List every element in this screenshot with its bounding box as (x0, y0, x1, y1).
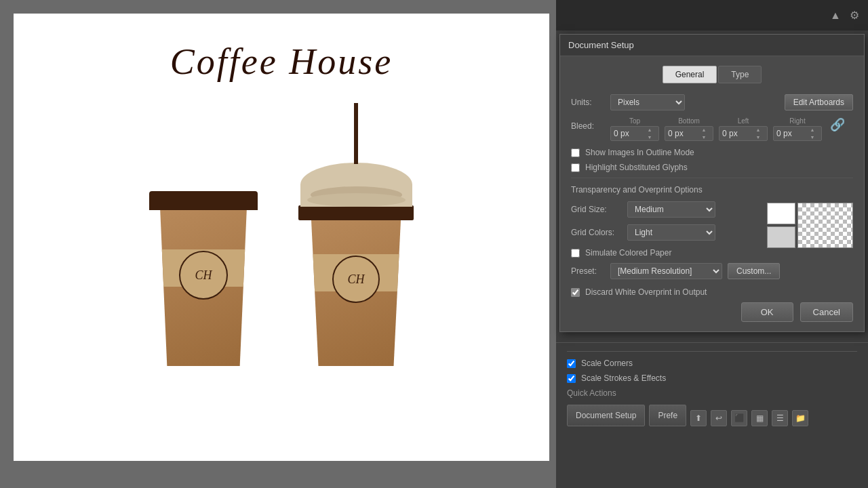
bleed-right-down[interactable]: ▼ (808, 134, 817, 141)
cancel-button[interactable]: Cancel (800, 302, 853, 322)
bleed-right-up[interactable]: ▲ (808, 126, 817, 134)
bleed-left-down[interactable]: ▼ (753, 134, 763, 141)
hot-cup-logo: CH (179, 251, 228, 300)
bleed-left-value[interactable] (719, 129, 753, 138)
discard-white-overprint-checkbox[interactable] (571, 288, 580, 297)
canvas-area: Coffee House CH CH (0, 0, 556, 488)
show-images-row: Show Images In Outline Mode (571, 148, 853, 157)
grid-colors-select[interactable]: Light Medium Dark (627, 224, 715, 241)
highlight-substituted-label: Highlight Substituted Glyphs (585, 163, 688, 172)
swatch-col-1 (767, 203, 795, 248)
qa-icon-4[interactable]: ▦ (751, 410, 768, 426)
grid-size-label: Grid Size: (571, 205, 622, 214)
simulate-colored-paper-label: Simulate Colored Paper (585, 248, 671, 258)
qa-icon-3[interactable]: ⬛ (731, 410, 747, 426)
grid-size-select[interactable]: Medium Small Large (627, 201, 715, 218)
canvas-title: Coffee House (170, 41, 393, 83)
ok-button[interactable]: OK (741, 302, 793, 322)
bleed-top-label: Top (629, 117, 640, 125)
transparency-section-title: Transparency and Overprint Options (571, 185, 853, 195)
bleed-top-group: Top ▲ ▼ (610, 117, 659, 141)
settings-icon[interactable]: ⚙ (848, 9, 861, 22)
swatch-gray (767, 226, 795, 248)
units-label: Units: (571, 98, 605, 107)
dialog-buttons: OK Cancel (571, 302, 853, 322)
swatch-area (767, 203, 853, 248)
discard-white-overprint-label: Discard White Overprint in Output (585, 287, 707, 297)
bleed-bottom-value[interactable] (665, 129, 699, 138)
bleed-label: Bleed: (571, 117, 605, 131)
grid-colors-row: Grid Colors: Light Medium Dark (571, 224, 762, 241)
bleed-bottom-group: Bottom ▲ ▼ (665, 117, 713, 141)
right-panel: ▲ ⚙ Document Setup General Type Units: P… (556, 0, 868, 488)
bleed-top-down[interactable]: ▼ (645, 134, 654, 141)
preferences-qa-button[interactable]: Prefe (649, 405, 686, 426)
divider-1 (571, 178, 853, 178)
scale-corners-checkbox[interactable] (567, 359, 576, 368)
link-icon: 🔗 (830, 117, 845, 141)
bleed-bottom-down[interactable]: ▼ (699, 134, 709, 141)
document-setup-dialog: Document Setup General Type Units: Pixel… (559, 34, 865, 332)
show-images-checkbox[interactable] (571, 148, 580, 157)
bleed-top-value[interactable] (611, 129, 645, 138)
units-select[interactable]: Pixels Inches Millimeters (610, 94, 685, 110)
qa-icon-1[interactable]: ⬆ (690, 410, 707, 426)
preset-select[interactable]: [Medium Resolution] [High Resolution] [L… (610, 263, 722, 279)
dialog-title: Document Setup (568, 40, 634, 50)
simulate-colored-paper-checkbox[interactable] (571, 249, 580, 258)
cold-cup-body: CH (305, 220, 407, 366)
bleed-right-value[interactable] (774, 129, 808, 138)
grid-size-row: Grid Size: Medium Small Large (571, 201, 762, 218)
tab-general[interactable]: General (663, 66, 717, 83)
bleed-left-group: Left ▲ ▼ (719, 117, 768, 141)
scale-corners-label: Scale Corners (581, 359, 633, 368)
dialog-overlay: Document Setup General Type Units: Pixel… (556, 30, 868, 356)
qa-icons: ⬆ ↩ ⬛ ▦ ☰ 📁 (690, 410, 808, 426)
dialog-tabs: General Type (571, 66, 853, 83)
cold-cup-lid (298, 205, 414, 220)
highlight-substituted-row: Highlight Substituted Glyphs (571, 163, 853, 172)
canvas-white: Coffee House CH CH (14, 14, 549, 461)
bleed-right-label: Right (789, 117, 805, 125)
cold-cup-logo: CH (332, 256, 380, 303)
cold-cup-dome (300, 163, 412, 207)
cold-cup-straw (354, 103, 358, 164)
cold-cup: CH (298, 103, 414, 366)
bleed-bottom-up[interactable]: ▲ (699, 126, 709, 134)
quick-actions-buttons: Document Setup Prefe ⬆ ↩ ⬛ ▦ ☰ 📁 (567, 405, 857, 426)
bleed-bottom-label: Bottom (678, 117, 700, 125)
preset-row: Preset: [Medium Resolution] [High Resolu… (571, 263, 853, 279)
document-setup-qa-button[interactable]: Document Setup (567, 405, 645, 426)
bleed-right-group: Right ▲ ▼ (773, 117, 822, 141)
bleed-bottom-input[interactable]: ▲ ▼ (665, 126, 713, 141)
dialog-body: General Type Units: Pixels Inches Millim… (560, 56, 864, 331)
minimize-icon[interactable]: ▲ (829, 9, 842, 22)
swatch-white (767, 203, 795, 224)
scale-strokes-label: Scale Strokes & Effects (581, 373, 666, 383)
dialog-titlebar: Document Setup (560, 35, 864, 56)
custom-button[interactable]: Custom... (728, 263, 780, 279)
transparency-selects: Grid Size: Medium Small Large Grid Color… (571, 201, 762, 247)
hot-cup-body: CH (155, 210, 253, 366)
preset-label: Preset: (571, 266, 605, 276)
qa-icon-2[interactable]: ↩ (711, 410, 727, 426)
edit-artboards-button[interactable]: Edit Artboards (785, 94, 853, 110)
highlight-substituted-checkbox[interactable] (571, 163, 580, 172)
tab-type[interactable]: Type (718, 66, 762, 83)
bleed-right-input[interactable]: ▲ ▼ (773, 126, 822, 141)
bleed-left-up[interactable]: ▲ (753, 126, 763, 134)
qa-icon-5[interactable]: ☰ (772, 410, 788, 426)
bleed-top-input[interactable]: ▲ ▼ (610, 126, 659, 141)
bleed-left-input[interactable]: ▲ ▼ (719, 126, 768, 141)
scale-strokes-row: Scale Strokes & Effects (567, 373, 857, 383)
hot-cup: CH (149, 191, 258, 366)
scale-corners-row: Scale Corners (567, 359, 857, 368)
grid-colors-label: Grid Colors: (571, 228, 622, 237)
simulate-colored-paper-row: Simulate Colored Paper (571, 248, 853, 258)
swatch-checker (797, 203, 853, 248)
scale-strokes-checkbox[interactable] (567, 374, 576, 383)
discard-white-overprint-row: Discard White Overprint in Output (571, 287, 853, 297)
qa-icon-6[interactable]: 📁 (792, 410, 808, 426)
bleed-left-label: Left (738, 117, 749, 125)
bleed-top-up[interactable]: ▲ (645, 126, 654, 134)
